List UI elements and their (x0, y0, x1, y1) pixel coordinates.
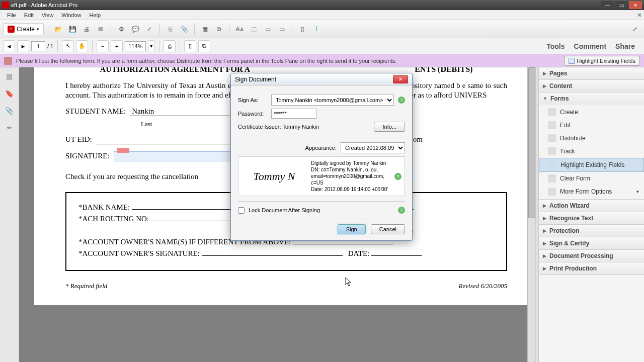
tools-link[interactable]: Tools (546, 42, 565, 50)
thumbnails-icon[interactable]: ▤ (5, 71, 15, 81)
panel-sign-certify[interactable]: ▶Sign & Certify (539, 237, 644, 249)
lock-checkbox[interactable] (238, 207, 245, 214)
snapshot-icon[interactable]: ▭ (262, 23, 274, 35)
forms-edit[interactable]: Edit (539, 119, 644, 132)
gear-icon[interactable]: ⚙ (115, 23, 127, 35)
menu-view[interactable]: View (38, 11, 58, 19)
hand-icon[interactable]: ✋ (76, 40, 88, 52)
fit-width-icon[interactable]: ⧉ (198, 40, 210, 52)
print-icon[interactable]: 🖨 (80, 23, 93, 35)
appearance-select[interactable]: Created 2012.08.09 (341, 142, 405, 153)
panel-recognize-text[interactable]: ▶Recognize Text (539, 212, 644, 224)
select-icon[interactable]: ⬚ (248, 23, 260, 35)
fullscreen-icon[interactable]: ⤢ (629, 23, 641, 35)
open-icon[interactable]: 📂 (52, 23, 64, 35)
bookmarks-icon[interactable]: 🔖 (5, 88, 15, 99)
plus-icon: + (8, 26, 15, 33)
panel-action-wizard[interactable]: ▶Action Wizard (539, 200, 644, 212)
dialog-close-button[interactable]: ✕ (393, 75, 408, 83)
pointer-icon[interactable]: ↖ (62, 40, 74, 52)
panel-doc-processing[interactable]: ▶Document Processing (539, 250, 644, 262)
next-page-button[interactable]: ► (17, 40, 29, 52)
edit-icon (548, 121, 556, 129)
page-number-input[interactable] (31, 41, 45, 51)
vertical-scrollbar[interactable] (527, 67, 535, 362)
text-tool-icon[interactable]: Aᴀ (233, 23, 246, 35)
dialog-titlebar[interactable]: Sign Document ✕ (231, 73, 412, 85)
scan-icon[interactable]: ⎙ (164, 40, 176, 52)
close-button[interactable]: ✕ (629, 1, 642, 9)
forms-distribute[interactable]: Distribute (539, 132, 644, 145)
menu-help[interactable]: Help (85, 11, 105, 19)
menu-edit[interactable]: Edit (20, 11, 38, 19)
window-title: eft.pdf - Adobe Acrobat Pro (11, 2, 77, 8)
forms-highlight[interactable]: Highlight Existing Fields (539, 158, 644, 172)
create-button[interactable]: + Create ▾ (3, 23, 44, 35)
comment-icon[interactable]: 💬 (129, 23, 141, 35)
rectangle-icon[interactable]: ▭ (276, 23, 288, 35)
forms-more[interactable]: More Form Options▾ (539, 185, 644, 198)
email-icon[interactable]: ✉ (95, 23, 107, 35)
zoom-input[interactable] (125, 41, 146, 51)
chevron-right-icon: ▶ (543, 266, 546, 271)
date-field[interactable] (371, 255, 422, 256)
scrollbar-thumb[interactable] (528, 67, 535, 218)
owner-name-field[interactable] (293, 244, 393, 244)
fit-page-icon[interactable]: ▯ (184, 40, 196, 52)
stamp-icon[interactable]: ✓ (143, 23, 155, 35)
attach-icon[interactable]: 📎 (178, 23, 190, 35)
info-button[interactable]: Info... (374, 122, 405, 132)
export-icon[interactable]: ⎘ (164, 23, 176, 35)
help-icon[interactable]: ? (394, 173, 401, 180)
panel-forms[interactable]: ▼Forms (539, 93, 644, 105)
zoom-dropdown[interactable]: ▾ (148, 40, 155, 52)
menu-bar: File Edit View Window Help ✕ (0, 10, 644, 20)
zoom-out-button[interactable]: − (97, 40, 109, 52)
menu-window[interactable]: Window (57, 11, 85, 19)
share-link[interactable]: Share (615, 42, 635, 50)
maximize-button[interactable]: ▭ (615, 1, 628, 9)
dropdown-icon: ▾ (636, 189, 639, 194)
uteid-field[interactable] (96, 135, 247, 144)
lock-label: Lock Document After Signing (249, 207, 320, 213)
panel-print-production[interactable]: ▶Print Production (539, 262, 644, 275)
uteid-label: UT EID: (65, 135, 92, 144)
menu-file[interactable]: File (3, 11, 20, 19)
app-icon (2, 2, 9, 9)
forms-create[interactable]: Create (539, 106, 644, 119)
save-icon[interactable]: 💾 (66, 23, 78, 35)
panel-content[interactable]: ▶Content (539, 80, 644, 92)
panel-protection[interactable]: ▶Protection (539, 225, 644, 237)
prev-page-button[interactable]: ◄ (3, 40, 15, 52)
zoom-in-button[interactable]: + (111, 40, 123, 52)
panel-pages[interactable]: ▶Pages (539, 67, 644, 79)
multimedia-icon[interactable]: ▦ (199, 23, 211, 35)
chevron-right-icon: ▶ (543, 228, 546, 233)
cancel-button[interactable]: Cancel (371, 224, 405, 234)
help-icon[interactable]: ? (398, 207, 405, 214)
close-doc-icon[interactable]: ✕ (637, 12, 642, 19)
page-display-icon[interactable]: ▯ (296, 23, 308, 35)
forms-track[interactable]: Track (539, 145, 644, 158)
owner-sig-field[interactable] (202, 255, 343, 256)
minimize-button[interactable]: — (601, 1, 614, 9)
highlight-fields-button[interactable]: Highlight Existing Fields (564, 56, 640, 66)
attachments-icon[interactable]: 📎 (5, 106, 15, 116)
sign-as-select[interactable]: Tommy Nankin <tommyn2000@gmail.com> (271, 95, 394, 106)
password-input[interactable] (271, 109, 316, 119)
email-fragment: om (413, 135, 423, 144)
signature-field[interactable] (114, 151, 245, 161)
create-icon (548, 108, 556, 116)
create-label: Create (17, 26, 35, 33)
help-icon[interactable]: ? (398, 97, 405, 104)
signature-label: SIGNATURE: (65, 152, 110, 160)
sign-button[interactable]: Sign (338, 224, 366, 234)
distribute-icon (548, 134, 556, 142)
forms-clear[interactable]: Clear Form (539, 172, 644, 185)
signatures-icon[interactable]: ✒ (5, 123, 15, 133)
sign-document-dialog: Sign Document ✕ Sign As: Tommy Nankin <t… (230, 73, 413, 241)
compare-icon[interactable]: ⧉ (213, 23, 225, 35)
comment-link[interactable]: Comment (574, 42, 607, 50)
typewriter-icon[interactable]: T (310, 23, 323, 35)
chevron-right-icon: ▶ (543, 253, 546, 258)
